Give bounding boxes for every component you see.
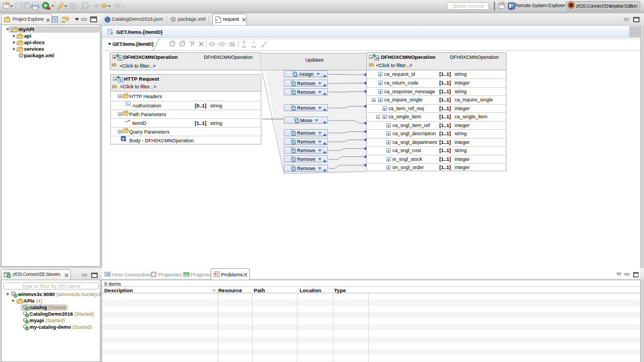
svg-text:e: e [122,136,124,140]
